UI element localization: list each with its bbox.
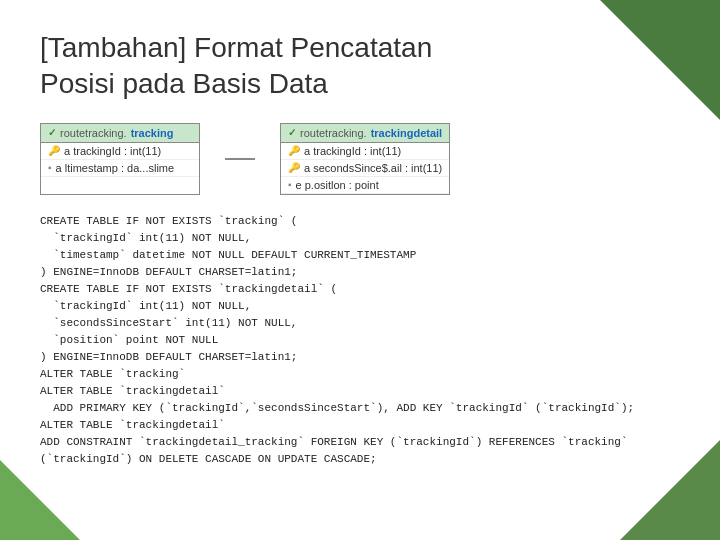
code-line: CREATE TABLE IF NOT EXISTS `trackingdeta… (40, 281, 680, 298)
connector-line (225, 158, 255, 160)
table-tracking: ✓ routetracking.tracking 🔑 a trackingId … (40, 123, 200, 195)
table1-name: tracking (131, 127, 174, 139)
field-icon-1: ▪ (48, 162, 52, 173)
check-icon-2: ✓ (288, 127, 296, 138)
code-line: ) ENGINE=InnoDB DEFAULT CHARSET=latin1; (40, 349, 680, 366)
connector (220, 123, 260, 195)
table1-schema: routetracking. (60, 127, 127, 139)
code-line: ADD CONSTRAINT `trackingdetail_tracking`… (40, 434, 680, 451)
code-line: (`trackingId`) ON DELETE CASCADE ON UPDA… (40, 451, 680, 468)
code-block: CREATE TABLE IF NOT EXISTS `tracking` ( … (40, 213, 680, 469)
code-line: `trackingId` int(11) NOT NULL, (40, 230, 680, 247)
title-line2: Posisi pada Basis Data (40, 68, 328, 99)
table1-row1: 🔑 a trackingId : int(11) (41, 143, 199, 160)
code-line: ALTER TABLE `trackingdetail` (40, 417, 680, 434)
table-tracking-header: ✓ routetracking.tracking (41, 124, 199, 143)
table2-row2: 🔑 a secondsSince$.ail : int(11) (281, 160, 449, 177)
diagram-area: ✓ routetracking.tracking 🔑 a trackingId … (40, 123, 680, 195)
code-line: `trackingId` int(11) NOT NULL, (40, 298, 680, 315)
field-icon-2: ▪ (288, 179, 292, 190)
title-line1: [Tambahan] Format Pencatatan (40, 32, 432, 63)
code-line: ALTER TABLE `tracking` (40, 366, 680, 383)
code-line: ADD PRIMARY KEY (`trackingId`,`secondsSi… (40, 400, 680, 417)
key-icon-3: 🔑 (288, 162, 300, 173)
table-trackingdetail: ✓ routetracking.trackingdetail 🔑 a track… (280, 123, 450, 195)
table2-schema: routetracking. (300, 127, 367, 139)
key-icon-2: 🔑 (288, 145, 300, 156)
code-line: CREATE TABLE IF NOT EXISTS `tracking` ( (40, 213, 680, 230)
code-line: `position` point NOT NULL (40, 332, 680, 349)
code-line: `secondsSinceStart` int(11) NOT NULL, (40, 315, 680, 332)
code-line: ALTER TABLE `trackingdetail` (40, 383, 680, 400)
slide-title: [Tambahan] Format Pencatatan Posisi pada… (40, 30, 680, 103)
key-icon-1: 🔑 (48, 145, 60, 156)
code-line: ) ENGINE=InnoDB DEFAULT CHARSET=latin1; (40, 264, 680, 281)
table2-row1: 🔑 a trackingId : int(11) (281, 143, 449, 160)
check-icon-1: ✓ (48, 127, 56, 138)
table1-row2: ▪ a ltimestamp : da...slime (41, 160, 199, 177)
main-content: [Tambahan] Format Pencatatan Posisi pada… (0, 0, 720, 488)
table2-name: trackingdetail (371, 127, 443, 139)
table2-row3: ▪ e p.ositlon : point (281, 177, 449, 194)
table-trackingdetail-header: ✓ routetracking.trackingdetail (281, 124, 449, 143)
code-line: `timestamp` datetime NOT NULL DEFAULT CU… (40, 247, 680, 264)
